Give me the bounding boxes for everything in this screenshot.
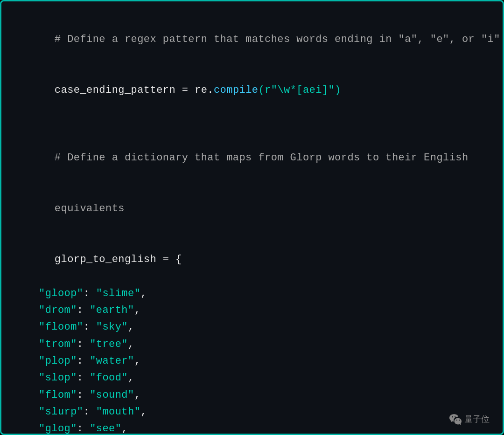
- line-comment-2: # Define a dictionary that maps from Glo…: [16, 133, 488, 184]
- wechat-icon: [449, 413, 462, 425]
- line-comment-3: equivalents: [16, 184, 488, 235]
- dict-entry-0: "gloop": "slime",: [16, 285, 488, 302]
- dict-entry-3: "trom": "tree",: [16, 336, 488, 353]
- dict-entry-5: "slop": "food",: [16, 370, 488, 387]
- code-container: # Define a regex pattern that matches wo…: [0, 0, 504, 435]
- line-dict-open: glorp_to_english = {: [16, 235, 488, 285]
- dict-entries: "gloop": "slime","drom": "earth","floom"…: [16, 285, 488, 435]
- dict-entry-6: "flom": "sound",: [16, 387, 488, 404]
- dict-entry-8: "glog": "see",: [16, 421, 488, 435]
- dict-entry-4: "plop": "water",: [16, 353, 488, 370]
- dict-entry-7: "slurp": "mouth",: [16, 404, 488, 421]
- line-code-2: case_ending_pattern = re.compile(r"\w*[a…: [16, 65, 488, 116]
- watermark-text: 量子位: [464, 414, 490, 425]
- watermark: 量子位: [449, 413, 490, 425]
- dict-entry-2: "floom": "sky",: [16, 319, 488, 336]
- dict-entry-1: "drom": "earth",: [16, 302, 488, 319]
- line-comment-1: # Define a regex pattern that matches wo…: [16, 14, 488, 65]
- blank-line-1: [16, 116, 488, 133]
- code-block: # Define a regex pattern that matches wo…: [16, 14, 488, 435]
